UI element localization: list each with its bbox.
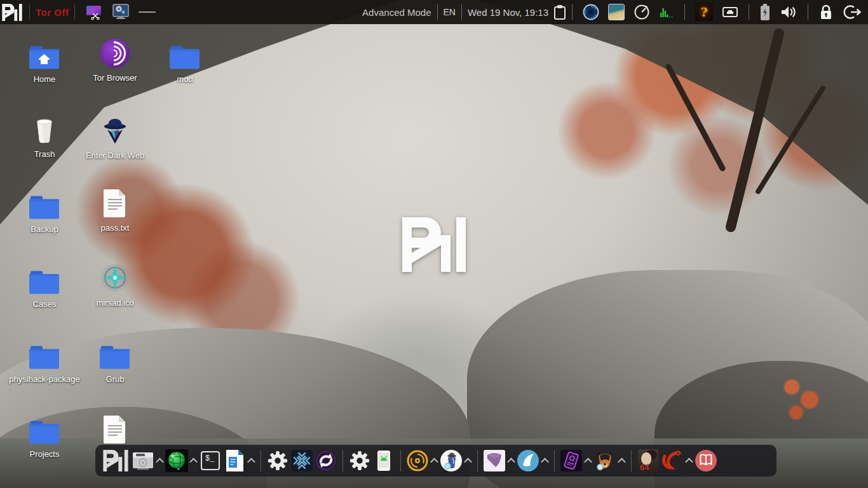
ph-watermark-logo: [402, 217, 466, 272]
chevron-up-icon[interactable]: [583, 456, 593, 466]
gold-ring-icon[interactable]: [406, 449, 429, 472]
clock[interactable]: Wed 19 Nov, 19:13: [468, 7, 548, 18]
network-graph-icon[interactable]: [659, 3, 674, 22]
folder-icon: [29, 189, 60, 220]
icon-label: Trash: [34, 149, 55, 160]
desktop-icon-tor-browser[interactable]: Tor Browser: [79, 38, 151, 84]
divider: [572, 4, 573, 20]
wallpaper-tree-trunk: [724, 27, 785, 233]
icon-label: mirsad.ico: [96, 298, 133, 309]
home-folder-icon: [29, 39, 60, 70]
folder-icon: [29, 414, 60, 445]
glow-phone-icon[interactable]: [560, 449, 583, 472]
chevron-up-icon[interactable]: [430, 456, 439, 466]
icon-label: Backup: [31, 224, 58, 235]
gear-icon[interactable]: [266, 449, 289, 472]
portrait-badge: 64: [640, 463, 649, 472]
chevron-up-icon[interactable]: [506, 456, 516, 466]
logout-icon[interactable]: [843, 3, 862, 22]
clipboard-icon[interactable]: [553, 4, 566, 20]
chevron-up-icon[interactable]: [684, 456, 694, 466]
icon-label: pass.txt: [101, 223, 130, 234]
red-dragon-icon[interactable]: [661, 449, 684, 472]
wallpaper-changer-icon[interactable]: [608, 4, 625, 20]
volume-icon[interactable]: [780, 3, 797, 22]
gear-icon[interactable]: [348, 449, 371, 472]
icon-label: Projects: [30, 449, 60, 460]
tasklist-icon[interactable]: [139, 3, 156, 22]
folder-icon: [100, 339, 130, 370]
language-indicator[interactable]: EN: [444, 7, 456, 17]
folder-icon: [29, 264, 60, 295]
spy-icon: [100, 116, 130, 146]
tor-status[interactable]: Tor Off: [36, 7, 69, 18]
wallpaper-tree-branch: [665, 63, 726, 172]
compress-arrows-icon[interactable]: [290, 449, 313, 472]
divider: [808, 4, 808, 20]
screenshot-tool-icon[interactable]: [85, 3, 103, 22]
dock-divider: [554, 450, 555, 471]
chevron-up-icon[interactable]: [247, 456, 256, 466]
divider: [749, 4, 749, 20]
desktop-icon-grub[interactable]: Grub: [79, 339, 151, 385]
icon-label: Grub: [106, 374, 125, 385]
text-file-icon: [102, 188, 128, 219]
compass-icon: [99, 263, 131, 294]
desktop-icon-enter-dark-web[interactable]: Enter Dark Web: [79, 116, 151, 161]
chevron-up-icon[interactable]: [189, 456, 198, 466]
desktop-icon-mirsad-ico[interactable]: mirsad.ico: [79, 263, 151, 309]
desktop-icon-projects[interactable]: Projects: [9, 414, 80, 460]
icon-label: Enter Dark Web: [86, 151, 144, 161]
desktop-icon-trash[interactable]: Trash: [9, 114, 80, 160]
speedometer-icon[interactable]: [634, 3, 650, 22]
chevron-up-icon[interactable]: [540, 456, 550, 466]
text-file-icon: [102, 414, 128, 445]
ethernet-icon[interactable]: [722, 3, 738, 22]
desktop-icon-cases[interactable]: Cases: [9, 264, 80, 310]
aperture-icon[interactable]: [583, 3, 599, 22]
top-panel: Tor Off Advanced Mode EN Wed 19 Nov, 19:…: [0, 0, 868, 24]
icon-label: physihack-package: [9, 374, 79, 385]
ph-launcher-icon[interactable]: [103, 450, 128, 471]
hard-disk-icon[interactable]: [132, 449, 154, 472]
desktop-icon-pass-txt[interactable]: pass.txt: [79, 188, 151, 234]
chevron-up-icon[interactable]: [155, 456, 165, 466]
icon-label: mod: [177, 74, 193, 85]
icon-label: Home: [34, 74, 56, 85]
divider: [74, 4, 75, 20]
help-icon[interactable]: ?: [695, 3, 713, 21]
chevron-up-icon[interactable]: [463, 456, 473, 466]
wireshark-icon[interactable]: [517, 449, 539, 472]
dock-divider: [400, 450, 401, 471]
dock: $_: [95, 445, 776, 477]
desktop-icon-home[interactable]: Home: [9, 39, 80, 85]
wallpaper-flower: [778, 372, 823, 423]
android-phone-icon[interactable]: [372, 449, 395, 472]
divider: [461, 4, 462, 20]
divider: [684, 4, 685, 20]
help-glyph: ?: [700, 5, 707, 19]
purple-sync-icon[interactable]: [315, 449, 337, 472]
dock-divider: [631, 450, 632, 471]
battery-icon[interactable]: [759, 3, 771, 22]
desktop-icon-mod[interactable]: mod: [149, 39, 220, 85]
dog-monocle-icon[interactable]: [593, 449, 616, 472]
chevron-up-icon[interactable]: [617, 456, 627, 466]
system-monitor-icon[interactable]: [112, 3, 130, 22]
portrait-64-icon[interactable]: 64: [637, 449, 660, 472]
green-globe-icon[interactable]: [165, 449, 188, 472]
trash-icon: [30, 114, 59, 145]
desktop-icon-physihack-package[interactable]: physihack-package: [9, 339, 80, 385]
terminal-glyph: $_: [205, 454, 214, 463]
red-book-icon[interactable]: [695, 449, 717, 472]
office-writer-icon[interactable]: [223, 449, 246, 472]
purple-pick-tile-icon[interactable]: [483, 449, 506, 472]
ph-logo[interactable]: [2, 4, 22, 21]
lock-icon[interactable]: [818, 3, 834, 22]
tor-browser-icon: [100, 38, 130, 69]
detective-icon[interactable]: [440, 449, 463, 472]
desktop-icon-backup[interactable]: Backup: [9, 189, 80, 235]
terminal-icon[interactable]: $_: [199, 449, 222, 472]
dock-divider: [342, 450, 343, 471]
mode-label[interactable]: Advanced Mode: [362, 7, 431, 18]
